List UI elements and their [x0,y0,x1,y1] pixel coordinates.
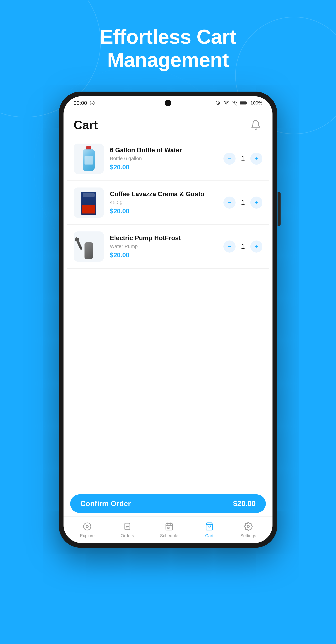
status-icons: 100% [216,100,262,106]
increment-button[interactable]: + [250,240,262,252]
water-bottle-illustration [81,146,96,171]
notification-bell-button[interactable] [249,118,262,132]
item-price: $20.00 [110,252,217,259]
svg-point-5 [84,523,91,530]
phone-frame: 00:00 [59,92,277,548]
item-image-water-bottle [74,144,104,174]
item-image-coffee [74,188,104,218]
svg-point-0 [90,101,94,105]
nav-item-cart[interactable]: Cart [204,522,214,538]
item-name: Coffee Lavazza Crema & Gusto [110,190,217,198]
svg-rect-15 [168,527,169,528]
page-title: Cart [74,118,98,132]
nav-item-settings[interactable]: Settings [240,522,256,538]
nav-label-orders: Orders [121,533,134,538]
item-quantity-control: − 1 + [223,152,262,165]
item-price: $20.00 [110,164,217,171]
quantity-display: 1 [240,155,246,163]
bottom-area: Confirm Order $20.00 [64,489,272,516]
cart-item: Coffee Lavazza Crema & Gusto 450 g $20.0… [67,181,269,225]
decrement-button[interactable]: − [223,152,236,165]
svg-rect-11 [166,524,172,530]
svg-point-17 [247,525,249,528]
quantity-display: 1 [240,198,246,206]
explore-icon [82,522,92,532]
svg-rect-4 [240,102,246,104]
increment-button[interactable]: + [250,152,262,165]
svg-point-6 [86,525,88,528]
nav-label-schedule: Schedule [160,533,178,538]
increment-button[interactable]: + [250,196,262,209]
confirm-order-price: $20.00 [233,500,256,508]
alarm-icon [216,100,221,106]
cart-item: 6 Gallon Bottle of Water Bottle 6 gallon… [67,137,269,181]
orders-icon [122,522,132,532]
camera-cutout [165,100,171,106]
status-bar: 00:00 [64,96,272,110]
item-name: 6 Gallon Bottle of Water [110,146,217,154]
decrement-button[interactable]: − [223,196,236,209]
nav-label-explore: Explore [80,533,95,538]
hero-title: Effortless Cart Management [100,25,236,72]
item-name: Electric Pump HotFrost [110,234,217,242]
signal-icon [232,100,237,106]
nav-label-settings: Settings [240,533,256,538]
settings-icon [243,522,253,532]
item-image-pump [74,232,104,262]
cart-item: Electric Pump HotFrost Water Pump $20.00… [67,225,269,269]
bottom-nav: Explore Orders [64,516,272,543]
status-time: 00:00 [74,100,95,106]
schedule-icon [164,522,174,532]
whatsapp-icon [90,100,95,106]
item-info-coffee: Coffee Lavazza Crema & Gusto 450 g $20.0… [110,190,217,215]
item-subtitle: Bottle 6 gallon [110,156,217,161]
nav-item-schedule[interactable]: Schedule [160,522,178,538]
decrement-button[interactable]: − [223,240,236,252]
wifi-icon [224,100,229,106]
item-info-pump: Electric Pump HotFrost Water Pump $20.00 [110,234,217,259]
item-info-water-bottle: 6 Gallon Bottle of Water Bottle 6 gallon… [110,146,217,171]
nav-label-cart: Cart [205,533,213,538]
confirm-order-button[interactable]: Confirm Order $20.00 [70,494,266,513]
nav-item-orders[interactable]: Orders [121,522,134,538]
app-header: Cart [64,110,272,137]
battery-percent: 100% [250,100,262,106]
item-quantity-control: − 1 + [223,240,262,252]
cart-icon [204,522,214,532]
item-price: $20.00 [110,208,217,215]
item-subtitle: 450 g [110,200,217,205]
quantity-display: 1 [240,242,246,250]
coffee-illustration [80,190,97,215]
cart-list: 6 Gallon Bottle of Water Bottle 6 gallon… [64,137,272,489]
pump-illustration [80,234,97,259]
item-quantity-control: − 1 + [223,196,262,209]
battery-icon [240,101,247,105]
item-subtitle: Water Pump [110,244,217,249]
nav-item-explore[interactable]: Explore [80,522,95,538]
confirm-order-label: Confirm Order [80,500,131,508]
